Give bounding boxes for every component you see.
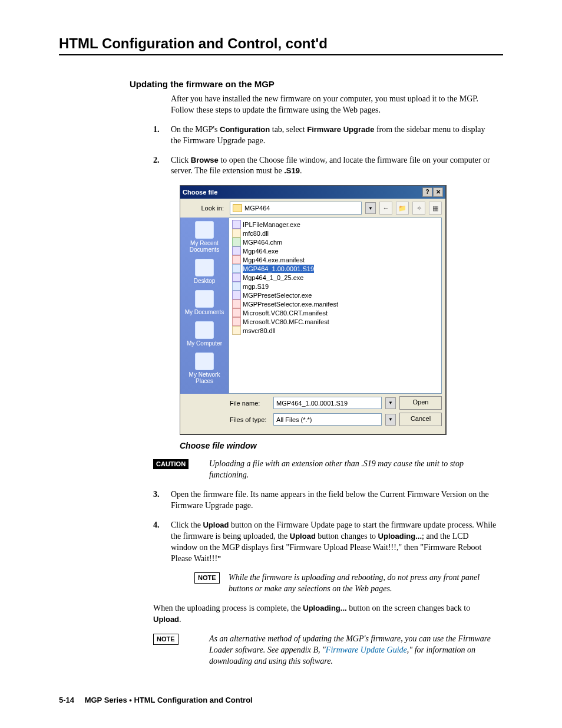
file-icon <box>232 220 241 229</box>
list-item[interactable]: Microsoft.VC80.CRT.manifest <box>232 308 439 317</box>
file-icon <box>232 317 241 326</box>
step-text: Click the Upload button on the Firmware … <box>171 520 497 565</box>
file-icon <box>232 229 241 238</box>
desktop-icon <box>195 259 214 276</box>
page-number: 5-14 <box>59 696 74 704</box>
file-icon <box>232 238 241 246</box>
help-button[interactable]: ? <box>422 187 432 197</box>
sidebar-item-recent[interactable]: My Recent Documents <box>181 221 227 253</box>
step-number: 4. <box>153 520 171 565</box>
file-list[interactable]: IPLFileManager.exe mfc80.dll MGP464.chm … <box>229 218 442 394</box>
network-icon <box>195 353 214 370</box>
lookin-select[interactable]: MGP464 <box>230 202 362 215</box>
file-icon <box>232 291 241 299</box>
note-badge: NOTE <box>194 572 220 584</box>
sidebar-item-computer[interactable]: My Computer <box>181 321 227 347</box>
subsection-title: Updating the firmware on the MGP <box>130 79 503 89</box>
closing-paragraph: When the uploading process is complete, … <box>153 603 497 625</box>
step-number: 3. <box>153 489 171 512</box>
list-item[interactable]: MGP464.chm <box>232 238 439 246</box>
caution-badge: CAUTION <box>153 459 189 469</box>
file-icon <box>232 326 241 335</box>
open-button[interactable]: Open <box>399 396 442 410</box>
step-text: Open the firmware file. Its name appears… <box>171 489 497 512</box>
list-item[interactable]: msvcr80.dll <box>232 326 439 335</box>
file-icon <box>232 255 241 264</box>
filetype-select[interactable]: All Files (*.*) <box>273 413 382 426</box>
dialog-title: Choose file <box>183 189 217 196</box>
list-item[interactable]: mfc80.dll <box>232 229 439 238</box>
section-title: HTML Configuration and Control, cont'd <box>59 35 503 55</box>
filename-input[interactable]: MGP464_1.00.0001.S19 <box>273 397 382 409</box>
step-text: On the MGP's Configuration tab, select F… <box>171 124 497 147</box>
new-folder-icon[interactable]: ✧ <box>412 202 425 215</box>
filename-label: File name: <box>230 400 270 407</box>
intro-paragraph: After you have installed the new firmwar… <box>171 94 497 116</box>
dropdown-arrow-icon[interactable]: ▼ <box>385 397 396 409</box>
firmware-update-guide-link[interactable]: Firmware Update Guide <box>326 645 407 654</box>
choose-file-dialog: Choose file ? ✕ Look in: MGP464 ▼ ← 📁 ✧ … <box>180 185 447 435</box>
page-footer: 5-14 MGP Series • HTML Configuration and… <box>59 696 253 704</box>
step-text: Click Browse to open the Choose file win… <box>171 155 497 177</box>
step-number: 2. <box>153 155 171 177</box>
note-text: While the firmware is uploading and rebo… <box>229 572 497 595</box>
file-icon <box>232 273 241 282</box>
view-menu-icon[interactable]: ▦ <box>429 202 442 215</box>
dropdown-arrow-icon[interactable]: ▼ <box>385 414 396 426</box>
file-icon <box>232 264 241 273</box>
cancel-button[interactable]: Cancel <box>399 413 442 426</box>
list-item[interactable]: Microsoft.VC80.MFC.manifest <box>232 317 439 326</box>
list-item[interactable]: MGPPresetSelector.exe.manifest <box>232 299 439 308</box>
note-text: As an alternative method of updating the… <box>209 634 497 667</box>
lookin-value: MGP464 <box>244 205 359 212</box>
figure-caption: Choose file window <box>180 441 503 450</box>
list-item[interactable]: mgp.S19 <box>232 282 439 291</box>
dropdown-arrow-icon[interactable]: ▼ <box>365 202 376 214</box>
filetype-label: Files of type: <box>230 416 270 423</box>
up-folder-icon[interactable]: 📁 <box>396 202 409 215</box>
folder-icon <box>233 204 242 212</box>
close-button[interactable]: ✕ <box>433 187 443 197</box>
list-item[interactable]: Mgp464_1_0_25.exe <box>232 273 439 282</box>
documents-icon <box>195 290 214 308</box>
step-number: 1. <box>153 124 171 147</box>
recent-icon <box>195 221 214 239</box>
list-item[interactable]: MGP464_1.00.0001.S19 <box>232 264 439 273</box>
caution-text: Uploading a file with an extension other… <box>209 459 497 481</box>
file-icon <box>232 282 241 291</box>
list-item[interactable]: Mgp464.exe <box>232 246 439 255</box>
file-icon <box>232 246 241 255</box>
list-item[interactable]: IPLFileManager.exe <box>232 220 439 229</box>
file-icon <box>232 308 241 317</box>
footer-text: MGP Series • HTML Configuration and Cont… <box>85 696 253 704</box>
sidebar-item-docs[interactable]: My Documents <box>181 290 227 315</box>
list-item[interactable]: MGPPresetSelector.exe <box>232 291 439 299</box>
file-icon <box>232 299 241 308</box>
computer-icon <box>195 321 214 339</box>
lookin-label: Look in: <box>184 205 226 212</box>
sidebar-item-desktop[interactable]: Desktop <box>181 259 227 284</box>
back-icon[interactable]: ← <box>379 202 392 215</box>
list-item[interactable]: Mgp464.exe.manifest <box>232 255 439 264</box>
note-badge: NOTE <box>153 634 178 645</box>
sidebar-item-network[interactable]: My Network Places <box>181 353 227 384</box>
